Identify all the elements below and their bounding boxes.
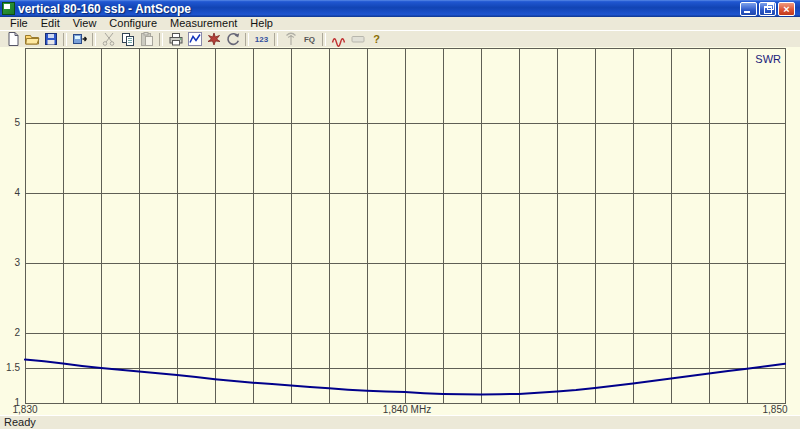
toolbar-separator bbox=[159, 33, 163, 46]
frequency-button[interactable]: FQ bbox=[300, 31, 319, 47]
restore-icon bbox=[764, 6, 772, 14]
menu-measurement[interactable]: Measurement bbox=[165, 17, 242, 30]
refresh-button[interactable] bbox=[223, 31, 242, 47]
numeric-view-button[interactable]: 123 bbox=[252, 31, 271, 47]
chart-view-button[interactable] bbox=[185, 31, 204, 47]
sine-waves-icon bbox=[331, 31, 347, 47]
menu-bar: File Edit View Configure Measurement Hel… bbox=[0, 17, 800, 30]
chart-area: 5 4 3 2 1.5 1 1,830 1,840 MHz 1,850 SWR bbox=[0, 47, 800, 415]
band-box-icon bbox=[350, 31, 366, 47]
burst-star-icon bbox=[206, 31, 222, 47]
close-icon: × bbox=[779, 3, 794, 15]
paste-button[interactable] bbox=[137, 31, 156, 47]
copy-button[interactable] bbox=[118, 31, 137, 47]
restore-button[interactable] bbox=[759, 2, 776, 16]
marker-button[interactable] bbox=[204, 31, 223, 47]
toolbar-separator bbox=[322, 33, 326, 46]
x-tick-label: 1,830 bbox=[3, 404, 47, 415]
analyzer-download-icon bbox=[72, 31, 88, 47]
help-button[interactable]: ? bbox=[367, 31, 386, 47]
open-file-button[interactable] bbox=[22, 31, 41, 47]
numbers-123-icon: 123 bbox=[255, 35, 268, 44]
minimize-icon bbox=[744, 11, 750, 13]
new-file-icon bbox=[5, 31, 21, 47]
swr-plot[interactable] bbox=[0, 47, 800, 415]
toolbar-separator bbox=[274, 33, 278, 46]
window-title: vertical 80-160 ssb - AntScope bbox=[18, 2, 191, 16]
band-panel-button[interactable] bbox=[348, 31, 367, 47]
paste-clipboard-icon bbox=[139, 31, 155, 47]
refresh-icon bbox=[225, 31, 241, 47]
fq-icon: FQ bbox=[304, 35, 315, 44]
y-tick-label: 5 bbox=[0, 117, 20, 128]
print-button[interactable] bbox=[166, 31, 185, 47]
chart-icon bbox=[187, 31, 203, 47]
x-tick-label: 1,850 bbox=[753, 404, 797, 415]
swr-axis-label: SWR bbox=[745, 53, 781, 65]
antenna-icon bbox=[283, 31, 299, 47]
menu-edit[interactable]: Edit bbox=[36, 17, 65, 30]
swr-curves-button[interactable] bbox=[329, 31, 348, 47]
antscope-window: vertical 80-160 ssb - AntScope × File Ed… bbox=[0, 0, 800, 429]
new-file-button[interactable] bbox=[3, 31, 22, 47]
menu-view[interactable]: View bbox=[68, 17, 102, 30]
minimize-button[interactable] bbox=[740, 2, 757, 16]
menu-file[interactable]: File bbox=[5, 17, 33, 30]
app-icon bbox=[2, 2, 15, 15]
open-folder-icon bbox=[24, 31, 40, 47]
status-text: Ready bbox=[4, 416, 36, 428]
menu-configure[interactable]: Configure bbox=[104, 17, 162, 30]
print-icon bbox=[168, 31, 184, 47]
antenna-button[interactable] bbox=[281, 31, 300, 47]
y-tick-label: 1.5 bbox=[0, 362, 20, 373]
save-button[interactable] bbox=[41, 31, 60, 47]
toolbar-separator bbox=[63, 33, 67, 46]
close-button[interactable]: × bbox=[778, 2, 795, 16]
toolbar-separator bbox=[92, 33, 96, 46]
menu-help[interactable]: Help bbox=[245, 17, 278, 30]
y-tick-label: 4 bbox=[0, 187, 20, 198]
y-tick-label: 3 bbox=[0, 257, 20, 268]
analyzer-connect-button[interactable] bbox=[70, 31, 89, 47]
title-bar: vertical 80-160 ssb - AntScope × bbox=[0, 0, 800, 17]
cut-scissors-icon bbox=[101, 31, 117, 47]
status-bar: Ready bbox=[0, 415, 800, 429]
help-question-icon: ? bbox=[373, 33, 380, 45]
y-tick-label: 2 bbox=[0, 327, 20, 338]
copy-icon bbox=[120, 31, 136, 47]
x-tick-label: 1,840 MHz bbox=[357, 404, 457, 415]
toolbar-separator bbox=[245, 33, 249, 46]
cut-button[interactable] bbox=[99, 31, 118, 47]
toolbar: 123 FQ ? bbox=[0, 30, 800, 47]
save-floppy-icon bbox=[43, 31, 59, 47]
